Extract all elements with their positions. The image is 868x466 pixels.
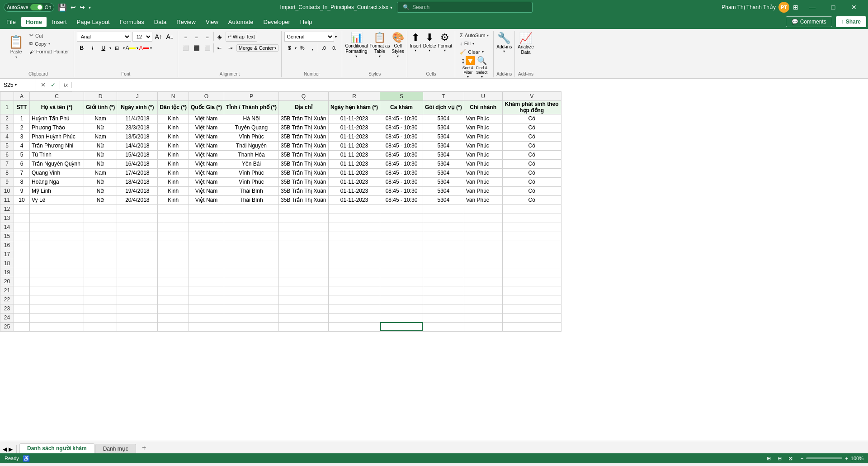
cell-A11[interactable]: 10: [14, 195, 30, 204]
col-header-A[interactable]: A: [14, 92, 30, 101]
row-num-5[interactable]: 5: [0, 141, 14, 150]
row-num-25[interactable]: 25: [0, 322, 14, 331]
cell-N7[interactable]: Kinh: [158, 159, 189, 168]
zoom-slider[interactable]: [806, 457, 842, 459]
user-avatar[interactable]: PT: [778, 2, 789, 13]
cell-R8[interactable]: 01-11-2023: [329, 168, 380, 177]
cell-C4[interactable]: Phan Huỳnh Phúc: [30, 132, 84, 141]
cell-T3[interactable]: 5304: [423, 123, 464, 132]
row-num-24[interactable]: 24: [0, 313, 14, 322]
col-header-R[interactable]: R: [329, 92, 380, 101]
cell-Q8[interactable]: 35B Trần Thị Xuân: [279, 168, 329, 177]
filename-dropdown[interactable]: ▾: [390, 5, 392, 10]
search-bar[interactable]: 🔍: [397, 2, 533, 13]
row-num-13[interactable]: 13: [0, 214, 14, 223]
cell-S4[interactable]: 08:45 - 10:30: [380, 132, 423, 141]
cell-U4[interactable]: Van Phúc: [464, 132, 502, 141]
cell-U3[interactable]: Van Phúc: [464, 123, 502, 132]
cell-V5[interactable]: Có: [502, 141, 561, 150]
addins-btn[interactable]: 🔧 Add-ins ▾: [496, 32, 512, 53]
increase-decimal-button[interactable]: 0.: [329, 43, 339, 53]
cell-T2[interactable]: 5304: [423, 114, 464, 123]
cell-O2[interactable]: Việt Nam: [189, 114, 224, 123]
row-num-21[interactable]: 21: [0, 286, 14, 295]
cell-D7[interactable]: Nữ: [84, 159, 117, 168]
cell-N1[interactable]: Dân tộc (*): [158, 101, 189, 114]
cell-D4[interactable]: Nam: [84, 132, 117, 141]
cell-R6[interactable]: 01-11-2023: [329, 150, 380, 159]
cell-D10[interactable]: Nữ: [84, 186, 117, 195]
number-format-select[interactable]: General: [284, 32, 334, 42]
cell-U10[interactable]: Van Phúc: [464, 186, 502, 195]
save-icon[interactable]: 💾: [58, 3, 67, 12]
border-dropdown[interactable]: ▾: [123, 46, 125, 50]
cell-D6[interactable]: Nữ: [84, 150, 117, 159]
border-button[interactable]: ⊞: [112, 43, 122, 53]
cell-P5[interactable]: Thái Nguyên: [224, 141, 279, 150]
cell-A10[interactable]: 9: [14, 186, 30, 195]
cell-C11[interactable]: Vy Lê: [30, 195, 84, 204]
cell-P9[interactable]: Vĩnh Phúc: [224, 177, 279, 186]
cell-J9[interactable]: 18/4/2018: [117, 177, 158, 186]
cell-N8[interactable]: Kinh: [158, 168, 189, 177]
cell-U7[interactable]: Van Phúc: [464, 159, 502, 168]
cell-N11[interactable]: Kinh: [158, 195, 189, 204]
cell-O9[interactable]: Việt Nam: [189, 177, 224, 186]
cell-U2[interactable]: Van Phúc: [464, 114, 502, 123]
row-num-23[interactable]: 23: [0, 304, 14, 313]
search-input[interactable]: [412, 4, 527, 10]
cell-V10[interactable]: Có: [502, 186, 561, 195]
row-num-12[interactable]: 12: [0, 204, 14, 214]
align-left-button[interactable]: ⬜: [181, 43, 191, 53]
cell-Q7[interactable]: 35B Trần Thị Xuân: [279, 159, 329, 168]
cell-D9[interactable]: Nữ: [84, 177, 117, 186]
cell-T8[interactable]: 5304: [423, 168, 464, 177]
align-top-center-button[interactable]: ≡: [192, 32, 202, 42]
cell-Q1[interactable]: Địa chỉ: [279, 101, 329, 114]
row-num-20[interactable]: 20: [0, 277, 14, 286]
cell-C5[interactable]: Trần Phương Nhi: [30, 141, 84, 150]
cell-S11[interactable]: 08:45 - 10:30: [380, 195, 423, 204]
cell-J4[interactable]: 13/5/2018: [117, 132, 158, 141]
cell-S2[interactable]: 08:45 - 10:30: [380, 114, 423, 123]
clear-button[interactable]: 🧹 Clear ▾: [458, 48, 485, 56]
cell-N5[interactable]: Kinh: [158, 141, 189, 150]
cell-D3[interactable]: Nữ: [84, 123, 117, 132]
cell-P2[interactable]: Hà Nội: [224, 114, 279, 123]
cell-P7[interactable]: Yên Bái: [224, 159, 279, 168]
cell-T9[interactable]: 5304: [423, 177, 464, 186]
cell-U5[interactable]: Van Phúc: [464, 141, 502, 150]
cell-C10[interactable]: Mỹ Linh: [30, 186, 84, 195]
cell-Q5[interactable]: 35B Trần Thị Xuân: [279, 141, 329, 150]
cell-Q3[interactable]: 35B Trần Thị Xuân: [279, 123, 329, 132]
menu-view[interactable]: View: [201, 17, 223, 27]
cell-A6[interactable]: 5: [14, 150, 30, 159]
col-header-T[interactable]: T: [423, 92, 464, 101]
undo-icon[interactable]: ↩: [71, 4, 76, 11]
cell-ref-dropdown[interactable]: ▾: [15, 83, 17, 87]
cell-U6[interactable]: Van Phúc: [464, 150, 502, 159]
sheet-tab-danh-sach[interactable]: Danh sách người khám: [19, 443, 94, 453]
cell-T11[interactable]: 5304: [423, 195, 464, 204]
cell-J2[interactable]: 11/4/2018: [117, 114, 158, 123]
cell-T1[interactable]: Gói dịch vụ (*): [423, 101, 464, 114]
cell-N4[interactable]: Kinh: [158, 132, 189, 141]
cell-J10[interactable]: 19/4/2018: [117, 186, 158, 195]
currency-button[interactable]: $: [284, 43, 294, 53]
cell-J1[interactable]: Ngày sinh (*): [117, 101, 158, 114]
zoom-in-button[interactable]: +: [845, 456, 848, 461]
cell-T7[interactable]: 5304: [423, 159, 464, 168]
autosave-toggle[interactable]: [30, 4, 43, 10]
italic-button[interactable]: I: [88, 43, 98, 53]
menu-insert[interactable]: Insert: [47, 17, 71, 27]
row-num-17[interactable]: 17: [0, 250, 14, 259]
page-break-view-button[interactable]: ⊠: [786, 454, 795, 463]
cell-P11[interactable]: Thái Bình: [224, 195, 279, 204]
number-format-dropdown[interactable]: ▾: [335, 35, 337, 39]
cell-V8[interactable]: Có: [502, 168, 561, 177]
align-right-button[interactable]: ⬜: [203, 43, 212, 53]
menu-page-layout[interactable]: Page Layout: [72, 17, 114, 27]
cell-reference-box[interactable]: S25 ▾: [0, 79, 36, 91]
row-num-14[interactable]: 14: [0, 223, 14, 232]
share-button[interactable]: ↑ Share: [836, 16, 866, 27]
